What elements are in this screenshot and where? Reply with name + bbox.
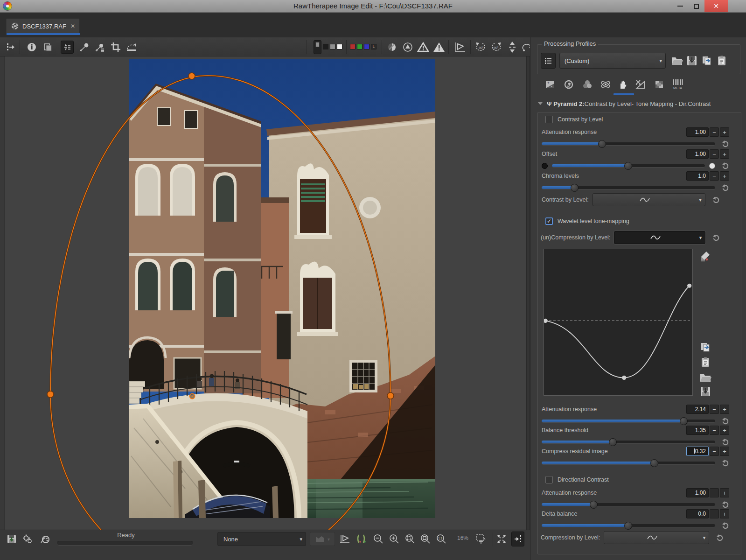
hand-tool-icon[interactable]	[61, 41, 74, 54]
slider-track[interactable]	[542, 186, 715, 189]
compression-curve-select[interactable]: ▾	[604, 531, 709, 544]
tone-mapping-curve-editor[interactable]	[544, 249, 693, 396]
zoom-fit-screen-icon[interactable]	[404, 533, 416, 545]
value-box[interactable]: 1.00	[686, 488, 709, 497]
slider-knob[interactable]	[624, 522, 632, 530]
red-channel-icon[interactable]	[350, 44, 356, 49]
slider-knob[interactable]	[650, 459, 658, 467]
increment-button[interactable]: +	[720, 509, 729, 518]
contrast-by-level-curve-select[interactable]: ▾	[593, 193, 705, 206]
before-after-view-icon[interactable]	[453, 41, 467, 54]
reset-icon[interactable]	[721, 501, 729, 509]
slider-track[interactable]	[552, 164, 705, 168]
snapshot-select[interactable]: None ▾	[217, 532, 306, 546]
reset-icon[interactable]	[712, 234, 720, 242]
load-profile-icon[interactable]	[670, 54, 683, 67]
rotate-right-90-icon[interactable]: 90°	[490, 41, 503, 54]
value-box[interactable]: 1.0	[686, 171, 709, 181]
reset-icon[interactable]	[721, 522, 729, 530]
slider-track[interactable]	[542, 503, 715, 506]
hide-right-panel-toggle[interactable]	[511, 532, 524, 546]
slider-track[interactable]	[542, 441, 715, 444]
reset-icon[interactable]	[716, 534, 724, 542]
green-channel-icon[interactable]	[357, 44, 363, 49]
reset-icon[interactable]	[721, 140, 729, 148]
tab-local-adjustments[interactable]	[615, 77, 632, 92]
pyramid2-section-header[interactable]: Ψ Pyramid 2:Contrast by Level- Tone Mapp…	[538, 98, 739, 109]
reset-icon[interactable]	[721, 417, 729, 425]
curve-point[interactable]	[544, 319, 548, 323]
zoom-in-icon[interactable]	[388, 533, 400, 545]
straighten-icon[interactable]	[125, 41, 138, 54]
slider-knob[interactable]	[624, 162, 632, 170]
zoom-fit-crop-icon[interactable]	[419, 533, 432, 545]
bg-color-dark-swatch[interactable]	[323, 44, 328, 49]
hide-left-panel-icon[interactable]	[4, 41, 17, 54]
luminance-channel-icon[interactable]: L	[371, 44, 376, 49]
flip-vertical-icon[interactable]	[506, 41, 519, 54]
queue-processing-icon[interactable]	[21, 533, 34, 545]
increment-button[interactable]: +	[720, 488, 729, 497]
tab-raw[interactable]	[651, 77, 668, 92]
tab-close-icon[interactable]: ✕	[70, 23, 75, 29]
image-canvas[interactable]	[0, 56, 530, 530]
slider-track[interactable]	[542, 142, 715, 146]
paste-profile-icon[interactable]	[715, 54, 728, 67]
fullscreen-icon[interactable]	[495, 533, 508, 545]
reset-icon[interactable]	[721, 459, 729, 467]
duplicate-editor-icon[interactable]	[41, 41, 54, 54]
increment-button[interactable]: +	[720, 447, 729, 456]
checkbox-checked[interactable]: ✓	[545, 217, 553, 225]
copy-curve-icon[interactable]	[699, 341, 711, 353]
editor-theme-toggle[interactable]	[314, 40, 321, 54]
reset-icon[interactable]	[721, 438, 729, 446]
curve-point[interactable]	[687, 284, 691, 288]
reset-icon[interactable]	[721, 162, 729, 170]
info-icon[interactable]	[25, 41, 38, 54]
sharpening-mask-icon[interactable]	[401, 41, 414, 54]
decrement-button[interactable]: −	[710, 127, 719, 137]
load-curve-icon[interactable]	[699, 371, 711, 384]
slider-knob[interactable]	[598, 140, 606, 148]
zoom-100-icon[interactable]: 1:1	[435, 533, 447, 545]
rotate-left-90-icon[interactable]: 90°	[474, 41, 487, 54]
color-picker-icon[interactable]	[78, 41, 91, 54]
edit-external-icon[interactable]	[38, 533, 50, 545]
value-box[interactable]: 1.35	[686, 426, 709, 435]
slider-track[interactable]	[542, 420, 715, 423]
contrast-by-level-checkbox-row[interactable]: Contrast by Level	[545, 115, 603, 124]
profile-fill-mode-button[interactable]	[541, 53, 556, 69]
value-box[interactable]: 0.0	[686, 509, 709, 518]
decrement-button[interactable]: −	[710, 509, 719, 518]
tab-exposure[interactable]: +-	[542, 77, 558, 92]
maximize-button[interactable]	[690, 0, 703, 12]
increment-button[interactable]: +	[720, 127, 729, 137]
increment-button[interactable]: +	[720, 405, 729, 414]
highlight-clipping-icon[interactable]	[432, 41, 446, 54]
decrement-button[interactable]: −	[710, 171, 719, 181]
copy-profile-icon[interactable]	[700, 54, 713, 67]
decrement-button[interactable]: −	[710, 405, 719, 414]
bg-color-white-swatch[interactable]	[337, 44, 342, 49]
curve-point[interactable]	[622, 376, 626, 380]
before-after-toggle-icon[interactable]	[339, 533, 351, 545]
panel-splitter[interactable]	[526, 56, 530, 530]
reset-icon[interactable]	[712, 196, 720, 204]
slider-knob[interactable]	[680, 417, 688, 425]
grayscale-preview-icon[interactable]	[385, 41, 398, 54]
value-box[interactable]: 1.00	[686, 127, 709, 137]
reset-icon[interactable]	[721, 184, 729, 192]
wavelet-tone-mapping-checkbox-row[interactable]: ✓ Wavelet level tone-mapping	[545, 217, 629, 226]
save-image-icon[interactable]	[6, 533, 18, 545]
crop-icon[interactable]	[109, 41, 122, 54]
decrement-button[interactable]: −	[710, 426, 719, 435]
tab-detail[interactable]	[560, 77, 577, 92]
checkbox-unchecked[interactable]	[545, 476, 553, 483]
tab-transform[interactable]	[632, 77, 649, 92]
paste-curve-icon[interactable]	[699, 356, 711, 368]
save-curve-icon[interactable]	[699, 385, 711, 398]
value-box-focused[interactable]: 0.32	[686, 447, 709, 456]
decrement-button[interactable]: −	[710, 149, 719, 159]
slider-knob[interactable]	[571, 184, 579, 192]
increment-button[interactable]: +	[720, 149, 729, 159]
